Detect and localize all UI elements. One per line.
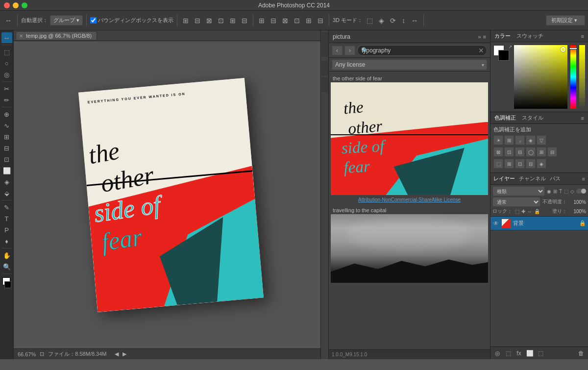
adj-bw-btn[interactable]: ⊟	[515, 147, 525, 157]
dist-icon-5[interactable]: ⊞	[304, 16, 314, 25]
pictura-expand-icon[interactable]: »	[478, 34, 481, 40]
move-tool[interactable]: ↔	[1, 32, 12, 43]
eraser-tool[interactable]: ⊡	[1, 154, 12, 165]
align-icon-4[interactable]: ⊡	[216, 16, 226, 25]
layer-filter-icon1[interactable]: ◉	[547, 189, 551, 194]
gradient-tool[interactable]: ⬜	[1, 165, 12, 176]
delete-layer-btn[interactable]: 🗑	[576, 348, 586, 358]
healing-tool[interactable]: ⊕	[1, 109, 12, 120]
layer-eye-icon[interactable]: 👁	[492, 220, 499, 227]
lasso-tool[interactable]: ○	[1, 58, 12, 69]
layer-filter-icon2[interactable]: ⊞	[553, 189, 557, 194]
adj-vibrance-btn[interactable]: ▽	[537, 135, 546, 145]
add-fill-layer-btn[interactable]: ◎	[492, 348, 502, 358]
3d-icon5[interactable]: ↔	[409, 16, 420, 25]
adj-hue-btn[interactable]: ⊠	[493, 147, 503, 157]
preset-button[interactable]: 初期設定 ▾	[546, 15, 585, 25]
lock-icon4[interactable]: 🔒	[534, 209, 540, 214]
blur-tool[interactable]: ◈	[1, 176, 12, 187]
blend-mode-select[interactable]: 通常	[492, 197, 540, 207]
quick-select-tool[interactable]: ◎	[1, 69, 12, 80]
add-layer-style-btn[interactable]: fx	[514, 348, 524, 358]
adj-curves-btn[interactable]: ⟓	[515, 135, 525, 145]
lock-icon2[interactable]: ✚	[521, 209, 525, 214]
adj-levels-btn[interactable]: ⊞	[504, 135, 514, 145]
results-area[interactable]: the other side of fear the other side of	[329, 72, 490, 349]
color-panel-menu-icon[interactable]: ≡	[581, 33, 584, 39]
lock-icon3[interactable]: ↔	[527, 209, 532, 214]
tab-adjustments[interactable]: 色調補正	[494, 114, 516, 122]
dist-icon-6[interactable]: ⊟	[316, 16, 325, 25]
history-tool[interactable]: ⊟	[1, 143, 12, 153]
bbox-checkbox-label[interactable]: バウンディングボックスを表示	[90, 17, 173, 24]
shape-tool[interactable]: ♦	[1, 236, 12, 247]
path-select-tool[interactable]: P	[1, 224, 12, 235]
result-2-image[interactable]	[331, 214, 488, 283]
layer-filter-icon4[interactable]: ⬚	[564, 189, 568, 194]
tab-paths[interactable]: パス	[550, 175, 561, 182]
tab-swatches[interactable]: スウォッチ	[516, 32, 543, 40]
eyedropper-tool[interactable]: ✏	[1, 95, 12, 105]
hue-strip[interactable]	[570, 45, 576, 109]
move-tool-icon[interactable]: ↔	[3, 16, 14, 25]
tab-close-icon[interactable]: ✕	[19, 33, 23, 39]
layer-filter-icon5[interactable]: ◇	[570, 189, 574, 194]
layers-menu-icon[interactable]: ≡	[582, 176, 585, 182]
align-icon-6[interactable]: ⊟	[240, 16, 249, 25]
lock-icon1[interactable]: ⬚	[515, 209, 519, 214]
alpha-strip[interactable]	[579, 45, 585, 109]
align-icon-1[interactable]: ⊞	[181, 16, 191, 25]
add-layer-mask-btn[interactable]: ⬚	[503, 348, 513, 358]
adj-threshold-btn[interactable]: ⊡	[515, 159, 525, 169]
nav-forward-button[interactable]: ›	[344, 46, 355, 55]
color-gradient-picker[interactable]	[514, 45, 567, 109]
tab-styles[interactable]: スタイル	[522, 114, 543, 122]
3d-icon2[interactable]: ◈	[377, 16, 386, 25]
text-tool[interactable]: T	[1, 213, 12, 224]
layer-filter-toggle[interactable]	[576, 189, 586, 194]
bbox-checkbox[interactable]	[90, 17, 97, 24]
layer-row-background[interactable]: 👁 背景 🔒	[490, 217, 588, 230]
brush-tool[interactable]: ∿	[1, 120, 12, 131]
nav-arrow-right[interactable]: ▶	[122, 351, 126, 357]
adj-gradmap-btn[interactable]: ⊟	[526, 159, 536, 169]
minimize-button[interactable]	[13, 2, 19, 8]
dist-icon-3[interactable]: ⊠	[280, 16, 290, 25]
result-1-image[interactable]: the other side of fear	[331, 82, 488, 195]
dist-icon-1[interactable]: ⊞	[257, 16, 267, 25]
canvas-area[interactable]: ✕ temp.jpg @ 66.7% (RGB/8)	[14, 30, 328, 359]
group-button[interactable]: グループ ▾	[50, 15, 83, 25]
search-clear-icon[interactable]: ✕	[478, 47, 484, 54]
adj-invert-btn[interactable]: ⬚	[493, 159, 503, 169]
dist-icon-4[interactable]: ⊡	[292, 16, 302, 25]
adj-colorbalance-btn[interactable]: ⊡	[504, 147, 514, 157]
adj-brightness-btn[interactable]: ☀	[493, 135, 503, 145]
adj-panel-menu-icon[interactable]: ≡	[581, 115, 584, 121]
document-tab[interactable]: ✕ temp.jpg @ 66.7% (RGB/8)	[16, 31, 97, 40]
result-1-license-link[interactable]: Attribution-NonCommercial-ShareAlike Lic…	[331, 196, 488, 205]
tab-channels[interactable]: チャンネル	[519, 175, 546, 182]
layer-filter-icon3[interactable]: T	[559, 189, 562, 194]
3d-icon1[interactable]: ⬚	[365, 16, 375, 25]
panel-strip-btn1[interactable]	[322, 32, 328, 57]
pictura-menu-icon[interactable]: ≡	[483, 34, 486, 40]
switch-colors-icon[interactable]: ↗	[508, 44, 512, 49]
hand-tool[interactable]: ✋	[1, 250, 12, 261]
adj-photofilter-btn[interactable]: ◯	[526, 147, 536, 157]
tab-layers[interactable]: レイヤー	[493, 175, 515, 182]
adj-selectcolor-btn[interactable]: ◈	[537, 159, 546, 169]
canvas-wrapper[interactable]: EVERYTHING YOU EVER WANTED IS ON the oth…	[14, 41, 328, 348]
crop-tool[interactable]: ✂	[1, 83, 12, 94]
3d-icon4[interactable]: ↕	[400, 16, 407, 25]
panel-strip-btn2[interactable]	[322, 61, 328, 75]
dist-icon-2[interactable]: ⊟	[269, 16, 278, 25]
nav-arrow-left[interactable]: ◀	[115, 351, 119, 357]
background-color[interactable]	[4, 281, 11, 288]
align-icon-3[interactable]: ⊠	[204, 16, 214, 25]
search-input[interactable]	[357, 45, 487, 56]
adj-posterize-btn[interactable]: ⊞	[504, 159, 514, 169]
pen-tool[interactable]: ✎	[1, 202, 12, 213]
adj-colortables-btn[interactable]: ⊟	[547, 147, 557, 157]
align-icon-2[interactable]: ⊟	[193, 16, 202, 25]
background-swatch[interactable]	[498, 50, 509, 61]
